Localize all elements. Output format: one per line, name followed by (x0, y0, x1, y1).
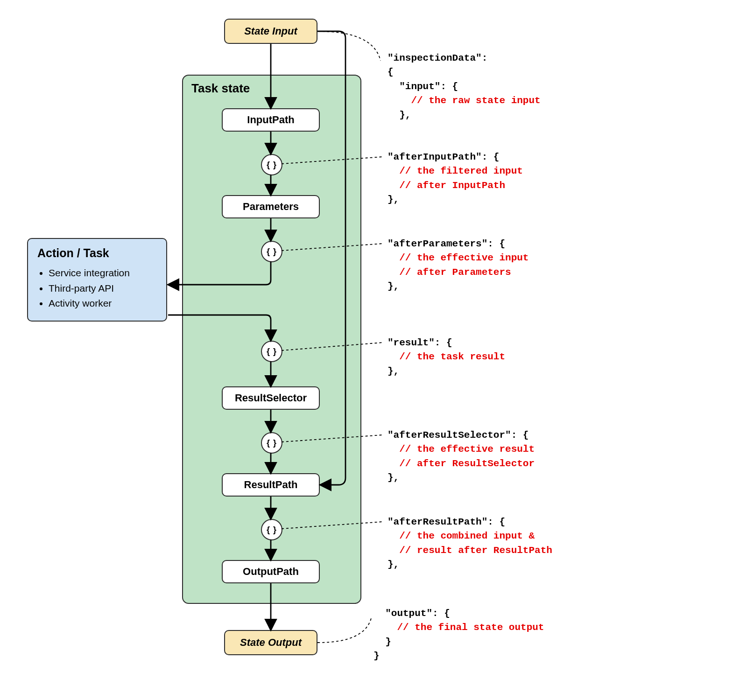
stage-result-selector: ResultSelector (222, 386, 320, 410)
brace-result: { } (261, 341, 282, 362)
state-input-label: State Input (244, 25, 297, 37)
task-state-title: Task state (191, 81, 250, 96)
stage-parameters: Parameters (222, 195, 320, 218)
action-item: Service integration (49, 266, 157, 281)
state-output-node: State Output (224, 630, 317, 655)
stage-output-path: OutputPath (222, 560, 320, 583)
action-title: Action / Task (37, 246, 157, 260)
stage-result-selector-label: ResultSelector (235, 392, 307, 404)
stage-parameters-label: Parameters (243, 201, 299, 213)
code-result: "result": { // the task result }, (388, 336, 686, 378)
brace-after-result-selector: { } (261, 432, 282, 454)
action-item: Activity worker (49, 296, 157, 311)
code-after-result-path: "afterResultPath": { // the combined inp… (388, 515, 686, 572)
code-output: "output": { // the final state output } … (374, 607, 672, 664)
code-after-result-selector: "afterResultSelector": { // the effectiv… (388, 428, 686, 485)
stage-input-path: InputPath (222, 108, 320, 132)
brace-after-parameters: { } (261, 241, 282, 262)
stage-result-path: ResultPath (222, 473, 320, 497)
state-output-label: State Output (240, 637, 302, 649)
code-after-parameters: "afterParameters": { // the effective in… (388, 237, 686, 294)
brace-after-input-path: { } (261, 154, 282, 175)
stage-input-path-label: InputPath (247, 114, 294, 126)
stage-result-path-label: ResultPath (244, 479, 298, 491)
brace-after-result-path: { } (261, 519, 282, 540)
action-item: Third-party API (49, 281, 157, 296)
diagram-canvas: Task state State Input InputPath Paramet… (19, 19, 728, 681)
stage-output-path-label: OutputPath (243, 566, 299, 578)
state-input-node: State Input (224, 19, 317, 44)
code-header: "inspectionData": { "input": { // the ra… (388, 51, 686, 122)
code-after-input-path: "afterInputPath": { // the filtered inpu… (388, 150, 686, 207)
action-list: Service integration Third-party API Acti… (37, 266, 157, 311)
action-box: Action / Task Service integration Third-… (27, 238, 167, 322)
